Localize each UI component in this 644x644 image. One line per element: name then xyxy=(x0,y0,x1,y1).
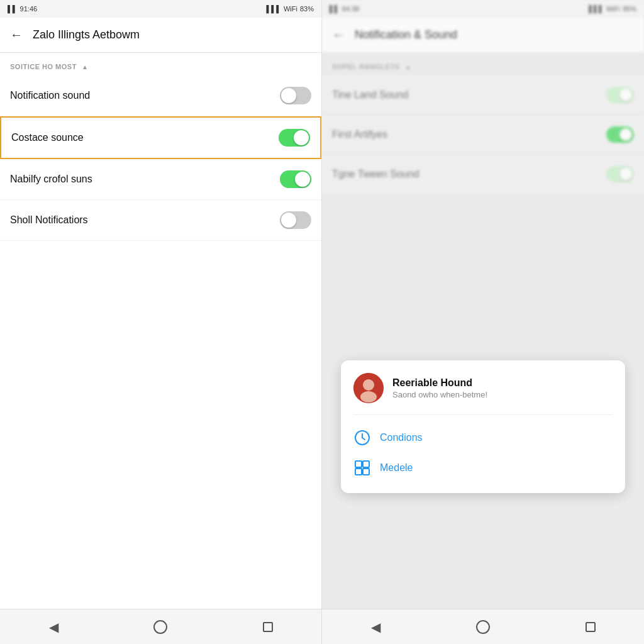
left-setting-notification-sound-label: Notification sound xyxy=(10,90,90,101)
popup-medele-label: Medele xyxy=(380,462,413,474)
right-status-right: ▌▌▌ WiFi 95% xyxy=(589,5,636,13)
left-nav-recent-button[interactable] xyxy=(255,614,280,640)
clock-icon xyxy=(353,429,371,447)
left-top-bar: ← Zalo Illingts Aetbowm xyxy=(0,18,321,53)
svg-rect-9 xyxy=(363,469,369,475)
right-toggle-tine-land-sound[interactable] xyxy=(606,87,634,103)
popup-header-info: Reeriable Hound Saond owho when-betme! xyxy=(392,377,487,399)
right-page-title: Notification & Sound xyxy=(355,28,457,42)
left-panel: ▌▌ 91:46 ▌▌▌ WiFi 83% ← Zalo Illingts Ae… xyxy=(0,0,322,644)
right-nav-recent-square xyxy=(586,622,596,632)
right-status-left: ▌▌ 94:38 xyxy=(330,5,359,13)
left-signal-icon2: ▌▌▌ xyxy=(267,5,281,13)
right-section-arrow-icon: ▲ xyxy=(405,64,411,70)
right-nav-home-button[interactable] xyxy=(470,614,496,640)
right-nav-back-button[interactable]: ◀ xyxy=(363,614,388,640)
right-nav-home-circle xyxy=(476,620,490,634)
left-section-arrow-icon: ▲ xyxy=(82,64,88,70)
popup-subtitle: Saond owho when-betme! xyxy=(392,390,487,399)
right-setting-first-artifyes[interactable]: First Artifyes xyxy=(322,115,644,155)
left-section-label: SOITICE HO MOST xyxy=(10,63,77,70)
grid-icon xyxy=(353,459,371,477)
left-setting-notification-sound[interactable]: Notification sound xyxy=(0,75,321,116)
left-nav-home-circle xyxy=(153,620,167,634)
left-bottom-nav: ◀ xyxy=(0,609,321,644)
right-status-bar: ▌▌ 94:38 ▌▌▌ WiFi 95% xyxy=(322,0,644,18)
svg-point-2 xyxy=(360,391,377,402)
left-status-right: ▌▌▌ WiFi 83% xyxy=(267,5,314,13)
left-nav-back-button[interactable]: ◀ xyxy=(41,614,66,640)
right-top-bar: ← Notification & Sound xyxy=(322,18,644,53)
left-toggle-costace-sounce[interactable] xyxy=(279,129,310,147)
right-bottom-nav: ◀ xyxy=(322,609,644,644)
right-battery: 95% xyxy=(623,5,636,13)
right-time: 94:38 xyxy=(342,5,360,13)
left-setting-costace-sounce-label: Costace sounce xyxy=(11,132,84,143)
left-setting-sholl[interactable]: Sholl Notificatiors xyxy=(0,200,321,241)
left-status-bar: ▌▌ 91:46 ▌▌▌ WiFi 83% xyxy=(0,0,321,18)
left-toggle-sholl[interactable] xyxy=(280,211,311,229)
left-toggle-sholl-knob xyxy=(281,213,296,228)
popup-card: Reeriable Hound Saond owho when-betme! C… xyxy=(341,360,625,493)
left-setting-sholl-label: Sholl Notificatiors xyxy=(10,214,88,226)
left-toggle-costace-sounce-knob xyxy=(294,130,309,145)
grid-svg xyxy=(354,460,370,476)
left-wifi-icon: WiFi xyxy=(284,5,297,13)
right-setting-tgne-tween-sound[interactable]: Tgne Tween Sound xyxy=(322,155,644,194)
left-settings-list: Notification sound Costace sounce Nabilf… xyxy=(0,75,321,609)
right-signal-icon: ▌▌ xyxy=(330,5,340,13)
left-time: 91:46 xyxy=(20,5,38,13)
left-setting-nabilfy[interactable]: Nabilfy crofol suns xyxy=(0,159,321,200)
right-setting-tine-land-sound-label: Tine Land Sound xyxy=(332,89,408,101)
right-signal-icon2: ▌▌▌ xyxy=(589,5,604,13)
right-toggle-first-artifyes[interactable] xyxy=(606,126,634,143)
popup-divider xyxy=(353,414,613,415)
right-section-label: SOPEL RANGLETS xyxy=(332,63,400,70)
left-back-button[interactable]: ← xyxy=(10,28,23,42)
left-toggle-notification-sound[interactable] xyxy=(280,87,311,104)
right-toggle-first-artifyes-knob xyxy=(619,128,632,141)
right-toggle-tine-land-sound-knob xyxy=(619,89,632,101)
svg-point-1 xyxy=(363,379,374,391)
left-page-title: Zalo Illingts Aetbowm xyxy=(33,28,140,42)
left-setting-nabilfy-label: Nabilfy crofol suns xyxy=(10,174,92,185)
right-back-button[interactable]: ← xyxy=(332,28,345,42)
avatar xyxy=(353,373,384,403)
svg-line-5 xyxy=(362,438,365,440)
popup-title: Reeriable Hound xyxy=(392,377,487,389)
avatar-image xyxy=(353,373,384,403)
left-signal-icon: ▌▌ xyxy=(8,5,18,13)
right-setting-first-artifyes-label: First Artifyes xyxy=(332,129,387,140)
left-setting-costace-sounce[interactable]: Costace sounce xyxy=(0,116,321,159)
svg-rect-6 xyxy=(355,461,362,467)
clock-svg xyxy=(354,430,370,446)
right-section-header: SOPEL RANGLETS ▲ xyxy=(322,53,644,75)
left-battery: 83% xyxy=(300,5,314,13)
left-toggle-nabilfy[interactable] xyxy=(280,170,311,188)
left-status-left: ▌▌ 91:46 xyxy=(8,5,37,13)
popup-header: Reeriable Hound Saond owho when-betme! xyxy=(353,373,613,403)
left-nav-home-button[interactable] xyxy=(148,614,173,640)
right-wifi-icon: WiFi xyxy=(606,5,620,13)
right-settings-list: Tine Land Sound First Artifyes Tgne Twee… xyxy=(322,75,644,194)
right-panel: ▌▌ 94:38 ▌▌▌ WiFi 95% ← Notification & S… xyxy=(322,0,644,644)
right-panel-background: ▌▌ 94:38 ▌▌▌ WiFi 95% ← Notification & S… xyxy=(322,0,644,609)
right-setting-tine-land-sound[interactable]: Tine Land Sound xyxy=(322,75,644,115)
right-nav-recent-button[interactable] xyxy=(578,614,603,640)
popup-condions-label: Condions xyxy=(380,432,423,443)
svg-rect-8 xyxy=(355,469,362,475)
left-toggle-notification-sound-knob xyxy=(281,88,296,103)
popup-action-medele[interactable]: Medele xyxy=(353,453,613,483)
right-setting-tgne-tween-sound-label: Tgne Tween Sound xyxy=(332,169,419,180)
right-toggle-tgne-tween-sound-knob xyxy=(619,168,632,180)
left-toggle-nabilfy-knob xyxy=(295,172,310,187)
left-nav-recent-square xyxy=(263,622,273,632)
svg-rect-7 xyxy=(363,461,369,467)
left-section-header: SOITICE HO MOST ▲ xyxy=(0,53,321,75)
right-toggle-tgne-tween-sound[interactable] xyxy=(606,166,634,182)
popup-action-condions[interactable]: Condions xyxy=(353,423,613,453)
